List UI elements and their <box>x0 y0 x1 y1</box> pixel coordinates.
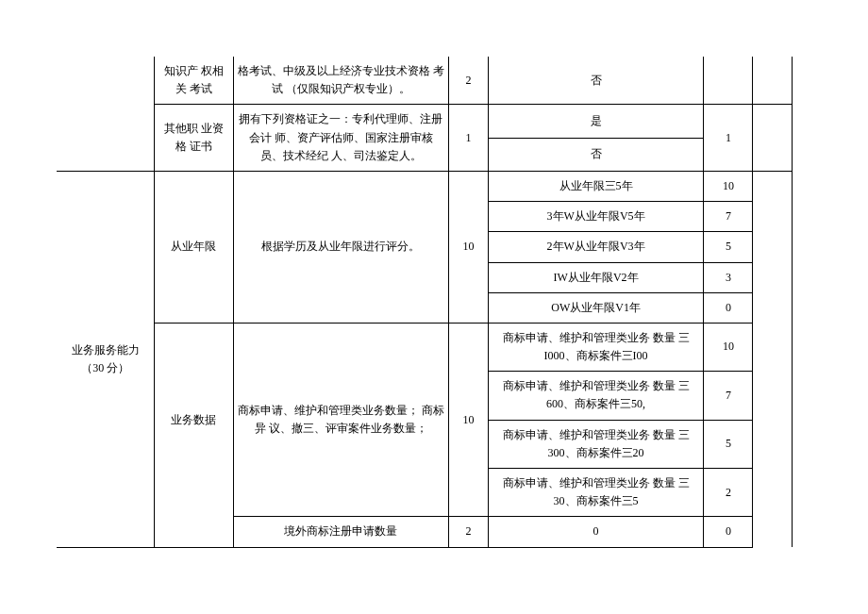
cell-score2: 5 <box>704 232 753 262</box>
cell-detail: 2年W从业年限V3年 <box>488 232 704 262</box>
cell-score: 2 <box>449 57 489 105</box>
cell-sub-cert: 其他职 业资 格 证书 <box>155 105 233 172</box>
cell-detail: 商标申请、维护和管理类业务 数量 三600、商标案件三50, <box>488 372 704 420</box>
cell-desc: 格考试、中级及以上经济专业技术资格 考试 （仅限知识产权专业）。 <box>233 57 449 105</box>
table-row: 境外商标注册申请数量 2 0 0 <box>57 517 793 547</box>
cell-detail: OW从业年限V1年 <box>488 292 704 323</box>
cell-desc: 根据学历及从业年限进行评分。 <box>233 171 449 323</box>
cell-sub-years: 从业年限 <box>155 171 233 323</box>
cell-score2: 2 <box>704 469 753 517</box>
cell-sub-bizdata: 业务数据 <box>155 323 233 517</box>
cell-desc: 商标申请、维护和管理类业务数量； 商标异 议、撤三、评审案件业务数量； <box>233 323 449 517</box>
cell-detail: 否 <box>488 57 704 105</box>
cell-score2: 0 <box>704 517 753 547</box>
cell-sub-exam: 知识产 权相 关 考试 <box>155 57 233 105</box>
cell-score: 10 <box>449 171 489 323</box>
cell-score2: 7 <box>704 372 753 420</box>
table-row: 其他职 业资 格 证书 拥有下列资格证之一：专利代理师、注册 会计 师、资产评估… <box>57 105 793 138</box>
table-row: 业务服务能力 （30 分） 从业年限 根据学历及从业年限进行评分。 10 从业年… <box>57 171 793 201</box>
cell-score2: 10 <box>704 171 753 201</box>
cell-category: 业务服务能力 （30 分） <box>57 171 155 547</box>
cell-detail: 商标申请、维护和管理类业务 数量 三30、商标案件三5 <box>488 469 704 517</box>
cell-score2: 0 <box>704 292 753 323</box>
cell-detail: 从业年限三5年 <box>488 171 704 201</box>
cell-score: 2 <box>449 517 489 547</box>
cell-score2: 3 <box>704 262 753 292</box>
cell-detail: 3年W从业年限V5年 <box>488 202 704 232</box>
cell-desc: 拥有下列资格证之一：专利代理师、注册 会计 师、资产评估师、国家注册审核 员、技… <box>233 105 449 172</box>
cell-detail: IW从业年限V2年 <box>488 262 704 292</box>
cell-score2: 5 <box>704 420 753 468</box>
table-row: 业务数据 商标申请、维护和管理类业务数量； 商标异 议、撤三、评审案件业务数量；… <box>57 323 793 371</box>
cell-score2: 1 <box>704 105 753 172</box>
table-row: 知识产 权相 关 考试 格考试、中级及以上经济专业技术资格 考试 （仅限知识产权… <box>57 57 793 105</box>
cell-detail: 商标申请、维护和管理类业务 数量 三300、商标案件三20 <box>488 420 704 468</box>
cell-detail: 否 <box>488 138 704 171</box>
cell-desc: 境外商标注册申请数量 <box>233 517 449 547</box>
scoring-table: 知识产 权相 关 考试 格考试、中级及以上经济专业技术资格 考试 （仅限知识产权… <box>57 57 793 548</box>
cell-score2: 10 <box>704 323 753 371</box>
cell-score: 1 <box>449 105 489 172</box>
cell-score2: 7 <box>704 202 753 232</box>
cell-detail: 0 <box>488 517 704 547</box>
cell-detail: 商标申请、维护和管理类业务 数量 三I000、商标案件三I00 <box>488 323 704 371</box>
cell-detail: 是 <box>488 105 704 138</box>
cell-score: 10 <box>449 323 489 517</box>
